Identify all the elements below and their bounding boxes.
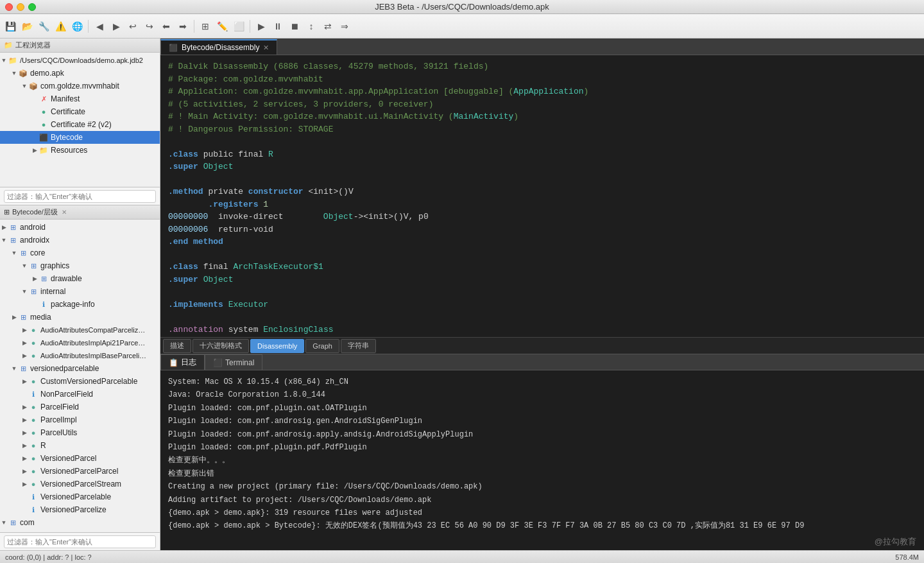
tree-row[interactable]: ● Certificate #2 (v2) (0, 118, 160, 131)
tree-row[interactable]: ▼ 📦 demo.apk (0, 67, 160, 80)
log-line: Plugin loaded: com.pnf.plugin.pdf.PdfPlu… (168, 441, 916, 454)
save-button[interactable]: 💾 (3, 19, 18, 34)
log-panel[interactable]: System: Mac OS X 10.15.4 (x86_64) zh_CN … (160, 370, 924, 550)
list-item[interactable]: ℹ VersionedParcelize (0, 503, 160, 516)
prev-button[interactable]: ⬅ (158, 19, 174, 34)
tree-item-label: Certificate (51, 107, 85, 116)
undo-button[interactable]: ↩ (125, 19, 141, 34)
alert-button[interactable]: ⚠️ (53, 19, 68, 34)
list-item[interactable]: ▶ ⊞ media (0, 311, 160, 324)
step-over-button[interactable]: ↕ (304, 19, 319, 34)
list-item[interactable]: ▶ ● VersionedParcelStream (0, 478, 160, 490)
code-line: # Dalvik Disassembly (6886 classes, 4527… (168, 60, 916, 73)
class-icon: ● (28, 440, 38, 451)
close-panel-icon[interactable]: ✕ (62, 209, 67, 216)
tree-item-label: VersionedParcelable (40, 492, 111, 501)
tab-terminal[interactable]: ⬛ Terminal (205, 354, 262, 370)
code-line (168, 173, 916, 186)
chevron-down-icon: ▼ (0, 236, 8, 244)
code-line (168, 286, 916, 299)
list-item[interactable]: ▶ ● AudioAttributesImplApi21Parce… (0, 336, 160, 349)
list-item[interactable]: ▶ ● R (0, 439, 160, 452)
list-item[interactable]: ▶ ● ParcelUtils (0, 426, 160, 439)
tab-log[interactable]: 📋 日志 (160, 354, 205, 370)
bytecode-filter-bar (0, 532, 160, 550)
log-tab-bar: 📋 日志 ⬛ Terminal (160, 354, 924, 370)
list-item[interactable]: ▼ ⊞ versionedparcelable (0, 362, 160, 375)
sub-tab-describe[interactable]: 描述 (163, 339, 191, 353)
chevron-right-icon: ▶ (21, 455, 28, 462)
next-button[interactable]: ➡ (175, 19, 191, 34)
list-item[interactable]: ▶ ● CustomVersionedParcelable (0, 375, 160, 388)
list-item[interactable]: ▶ ⊞ android (0, 221, 160, 234)
spacer (31, 300, 38, 308)
run-button[interactable]: ▶ (253, 19, 269, 34)
settings-button[interactable]: 🔧 (36, 19, 51, 34)
close-button[interactable] (5, 3, 13, 11)
sub-tab-strings[interactable]: 字符串 (341, 339, 376, 353)
list-item[interactable]: ▶ ● VersionedParcelParcel (0, 465, 160, 478)
tree-row[interactable]: ▶ 📁 Resources (0, 144, 160, 157)
tree-row[interactable]: ▼ 📦 com.goldze.mvvmhabit (0, 80, 160, 92)
tree-item-label: CustomVersionedParcelable (40, 377, 137, 386)
info-icon: ℹ (28, 389, 38, 399)
nav-forward-button[interactable]: ▶ (108, 19, 124, 34)
tree-row-selected[interactable]: ⬛ Bytecode (0, 131, 160, 144)
list-item[interactable]: ℹ VersionedParcelable (0, 490, 160, 503)
tab-close-button[interactable]: ✕ (263, 44, 269, 52)
list-item[interactable]: ▶ ● AudioAttributesCompatParceliz… (0, 324, 160, 336)
log-line: 检查更新出错 (168, 467, 916, 480)
minimize-button[interactable] (17, 3, 24, 11)
step-out-button[interactable]: ⇒ (337, 19, 352, 34)
list-item[interactable]: ℹ package-info (0, 298, 160, 311)
edit-button[interactable]: ✏️ (214, 19, 230, 34)
select-button[interactable]: ⬜ (231, 19, 246, 34)
tree-row[interactable]: ✗ Manifest (0, 92, 160, 105)
log-line: Plugin loaded: com.pnf.androsig.apply.an… (168, 428, 916, 441)
list-item[interactable]: ▼ ⊞ internal (0, 285, 160, 298)
list-item[interactable]: ▶ ● ParcelField (0, 401, 160, 413)
tree-row[interactable]: ● Certificate (0, 105, 160, 118)
file-tree[interactable]: ▼ 📁 /Users/CQC/Downloads/demo.apk.jdb2 ▼… (0, 53, 160, 187)
network-button[interactable]: 🌐 (69, 19, 85, 34)
list-item[interactable]: ▶ ● ParcelImpl (0, 413, 160, 426)
code-editor[interactable]: # Dalvik Disassembly (6886 classes, 4527… (160, 55, 924, 337)
list-item[interactable]: ▼ ⊞ graphics (0, 259, 160, 272)
tree-item-label: AudioAttributesImplApi21Parce… (40, 339, 145, 347)
list-item[interactable]: ▶ ● AudioAttributesImplBaseParceli… (0, 349, 160, 362)
terminal-tab-icon: ⬛ (213, 358, 223, 367)
status-bar: coord: (0,0) | addr: ? | loc: ? 578.4M (0, 550, 924, 563)
list-item[interactable]: ▼ ⊞ core (0, 247, 160, 259)
redo-button[interactable]: ↪ (142, 19, 157, 34)
open-button[interactable]: 📂 (19, 19, 35, 34)
list-item[interactable]: ▶ ⊞ drawable (0, 272, 160, 285)
bytecode-tree-view[interactable]: ▶ ⊞ android ▼ ⊞ androidx ▼ ⊞ core (0, 220, 160, 532)
tree-row[interactable]: ▼ 📁 /Users/CQC/Downloads/demo.apk.jdb2 (0, 54, 160, 67)
pause-button[interactable]: ⏸ (270, 19, 286, 34)
log-line: Java: Oracle Corporation 1.8.0_144 (168, 388, 916, 401)
bytecode-icon: ⬛ (38, 132, 49, 143)
sub-tab-graph[interactable]: Graph (305, 339, 339, 353)
window-title: JEB3 Beta - /Users/CQC/Downloads/demo.ap… (375, 2, 549, 12)
chevron-right-icon: ▶ (21, 467, 28, 475)
sub-tab-hex[interactable]: 十六进制格式 (193, 339, 249, 353)
bytecode-filter-input[interactable] (4, 535, 156, 548)
package-node-icon: ⊞ (38, 273, 49, 284)
maximize-button[interactable] (28, 3, 36, 11)
file-filter-input[interactable] (4, 190, 156, 203)
sub-tab-disassembly[interactable]: Disassembly (250, 339, 304, 353)
list-item[interactable]: ▶ ● VersionedParcel (0, 452, 160, 465)
status-right: 578.4M (895, 553, 919, 561)
folder-icon: 📁 (4, 41, 13, 49)
list-item[interactable]: ▼ ⊞ androidx (0, 234, 160, 247)
list-item[interactable]: ▼ ⊞ com (0, 516, 160, 529)
step-in-button[interactable]: ⇄ (320, 19, 336, 34)
tab-bytecode-disassembly[interactable]: ⬛ Bytecode/Disassembly ✕ (160, 39, 277, 55)
stop-button[interactable]: ⏹ (287, 19, 302, 34)
list-item[interactable]: ℹ NonParcelField (0, 388, 160, 401)
grid-button[interactable]: ⊞ (198, 19, 213, 34)
class-icon: ● (28, 479, 38, 489)
nav-back-button[interactable]: ◀ (92, 19, 107, 34)
tree-item-label: package-info (51, 300, 95, 309)
tree-item-label: com.goldze.mvvmhabit (40, 82, 119, 91)
